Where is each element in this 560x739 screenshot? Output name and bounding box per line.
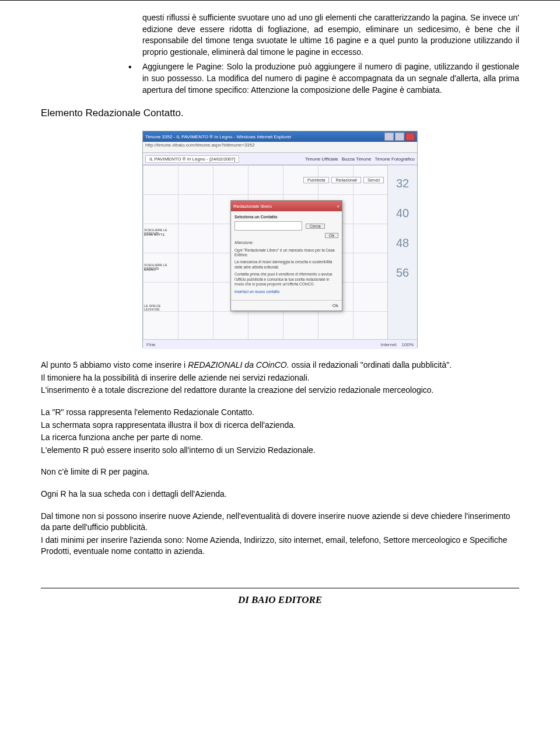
status-zoom: 100% [402,342,414,347]
dialog-warning-3: Contatta prima che puoi il venditore di … [235,272,338,287]
body-paragraph: La ricerca funziona anche per parte di n… [41,432,519,444]
embedded-screenshot: Timone 3352 - IL PAVIMENTO ® In Legno - … [142,131,418,348]
dialog-title: Redazionale libero [233,204,272,209]
window-titlebar: Timone 3352 - IL PAVIMENTO ® In Legno - … [143,131,417,142]
dialog-label-seleziona: Seleziona un Contatto [235,215,278,219]
ok-button-2[interactable]: Ok [332,303,338,308]
minimize-icon[interactable] [384,133,394,141]
btn-pubblicita[interactable]: Pubblicità [303,177,329,183]
status-bar: Fine Internet 100% [143,339,417,349]
page-number: 32 [396,177,409,190]
top-tab-foto[interactable]: Timone Fotografico [374,156,415,162]
dialog-warning-2: La mancanza di ricavi danneggia la cresc… [235,260,338,270]
address-bar[interactable]: http://timone.dibaio.com/timone.aspx?idt… [143,142,417,153]
maximize-icon[interactable] [395,133,404,141]
ok-button[interactable]: Ok [325,233,338,238]
new-contact-link[interactable]: Inserisci un nuovo contatto [235,290,338,294]
btn-redazionali[interactable]: Redazionali [331,177,361,183]
dialog-attenzione: Attenzione: [235,240,254,245]
grid-label: LE SPECIE LEGNOSE [144,304,173,311]
page-number: 48 [396,236,409,250]
tab-bar: IL PAVIMENTO ® In Legno - [24/02/2007] T… [143,153,417,165]
body-paragraph: Ogni R ha la sua scheda con i dettagli d… [41,489,519,500]
page-number: 40 [396,207,409,220]
search-button[interactable]: Cerca [306,224,325,229]
top-tab-bozza[interactable]: Bozza Timone [342,156,372,162]
search-dialog: Redazionale libero × Seleziona un Contat… [230,200,342,311]
body-paragraph: L'inserimento è a totale discrezione del… [41,385,519,396]
body-paragraph: Dal timone non si possono inserire nuove… [41,511,519,534]
page-footer: DI BAIO EDITORE [0,588,560,612]
page-number: 56 [396,266,409,280]
dialog-close-icon[interactable]: × [337,204,340,209]
body-paragraph: L'elemento R può essere inserito solo al… [41,445,519,456]
grid-label: ZONA NOTTE [144,233,173,236]
bullet-text-2: Aggiungere le Pagine: Solo la produzione… [142,61,519,96]
page-grid: Pubblicità Redazionali Servizi SCEGLIERE… [143,165,387,339]
bullet-mark [128,12,142,58]
document-tab[interactable]: IL PAVIMENTO ® In Legno - [24/02/2007] [145,155,239,163]
bullet-text-1: questi riflussi è sufficiente svuotare u… [142,12,519,58]
body-paragraph: La "R" rossa rappresenta l'elemento Reda… [41,407,519,419]
body-paragraph: Al punto 5 abbiamo visto come inserire i… [41,360,519,371]
btn-servizi[interactable]: Servizi [363,177,384,183]
status-left: Fine [146,342,156,347]
side-page-numbers: 32 40 48 56 [387,165,417,339]
search-input[interactable] [235,221,302,231]
body-paragraph: I dati minimi per inserire l'azienda son… [41,535,519,557]
bullet-mark: • [128,61,142,96]
status-net: Internet [381,342,397,347]
dialog-warning-1: Ogni "Redazionale Libero" è un mancato r… [235,248,338,258]
top-tab-ufficiale[interactable]: Timone Ufficiale [305,156,338,162]
window-title: Timone 3352 - IL PAVIMENTO ® In Legno - … [145,134,291,140]
section-heading: Elemento Redazionale Contatto. [41,107,519,119]
body-paragraph: La schermata sopra rappresentata illustr… [41,420,519,431]
body-paragraph: Non c'è limite di R per pagina. [41,466,519,478]
close-icon[interactable] [405,133,415,141]
body-paragraph: Il timoniere ha la possibilità di inseri… [41,372,519,384]
grid-label: BAGNO [144,268,173,271]
